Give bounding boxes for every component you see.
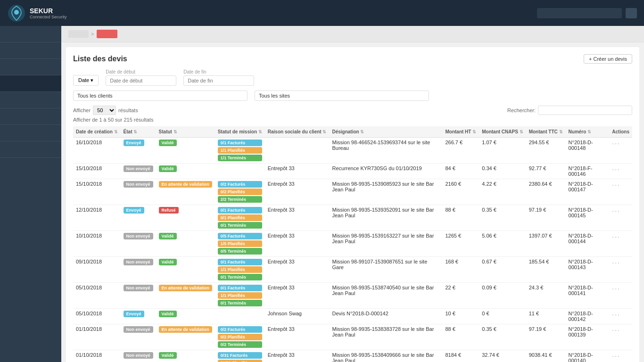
cell-client: Entrepôt 33 — [265, 231, 330, 257]
cell-designation: Mission 98-9935-1539352091 sur le site B… — [329, 205, 442, 231]
cell-montant-ttc: 97.19 € — [526, 324, 566, 350]
etat-badge: Non envoyé — [124, 259, 153, 265]
row-actions-button[interactable]: ··· — [612, 311, 620, 318]
cell-date: 16/10/2018 — [73, 138, 121, 164]
header-search-input[interactable] — [537, 8, 622, 18]
cell-actions: ··· — [609, 231, 632, 257]
devis-table: Date de création ⇅ État ⇅ Statut ⇅ Statu… — [73, 126, 632, 362]
cell-montant-ht: 1265 € — [442, 231, 479, 257]
row-actions-button[interactable]: ··· — [612, 181, 620, 189]
table-row: 16/10/2018 Envoyé Validé 0/1 Facturés1/1… — [73, 138, 632, 164]
date-debut-input[interactable] — [106, 75, 176, 86]
cell-montant-ht: 168 € — [442, 257, 479, 283]
cell-client: Entrepôt 33 — [265, 350, 330, 362]
afficher-label: Afficher — [73, 107, 91, 113]
sidebar-item-5[interactable] — [0, 92, 61, 108]
col-date[interactable]: Date de création ⇅ — [73, 126, 121, 138]
col-montant-ht[interactable]: Montant HT ⇅ — [442, 126, 479, 138]
mission-badge-termine: 1/1 Terminés — [218, 155, 262, 161]
col-montant-cnaps[interactable]: Montant CNAPS ⇅ — [479, 126, 526, 138]
col-client[interactable]: Raison sociale du client ⇅ — [265, 126, 330, 138]
row-actions-button[interactable]: ··· — [612, 207, 620, 214]
date-fin-input[interactable] — [183, 75, 254, 86]
col-designation[interactable]: Désignation ⇅ — [329, 126, 442, 138]
cell-designation: Devis N°2018-D-000142 — [329, 309, 442, 324]
cell-actions: ··· — [609, 309, 632, 324]
resultats-label: résultats — [118, 107, 138, 113]
row-actions-button[interactable]: ··· — [612, 233, 620, 240]
cell-designation: Mission 98-9935-1538740540 sur le site B… — [329, 283, 442, 309]
breadcrumb-item2[interactable] — [97, 30, 117, 38]
site-select[interactable]: Tous les sites — [255, 90, 429, 101]
cell-statut: Validé — [156, 164, 215, 179]
breadcrumb-separator: > — [91, 31, 94, 37]
cell-statut: En attente de validation — [156, 179, 215, 205]
date-fin-group: Date de fin — [183, 69, 254, 86]
header-action-button[interactable] — [626, 8, 637, 18]
etat-badge: Envoyé — [124, 140, 144, 146]
cell-numero: N°2018-D-000140 — [566, 350, 610, 362]
cell-client: Entrepôt 33 — [265, 324, 330, 350]
cell-montant-ht: 2160 € — [442, 179, 479, 205]
sidebar-item-4[interactable] — [0, 75, 61, 92]
mission-badge-stack: 0/2 Facturés0/2 Planifiés0/2 Terminés — [218, 326, 262, 348]
mission-badge-stack: 0/31 Facturés31/31 Planifiés0/31 Terminé… — [218, 352, 262, 362]
col-statut[interactable]: Statut ⇅ — [156, 126, 215, 138]
cell-montant-cnaps: 1.07 € — [479, 138, 526, 164]
client-select[interactable]: Tous les clients — [73, 90, 248, 101]
cell-montant-ht: 88 € — [442, 205, 479, 231]
etat-badge: Envoyé — [124, 311, 144, 317]
search-input[interactable] — [538, 106, 632, 115]
showing-text: Afficher de 1 à 50 sur 215 résultats — [73, 117, 632, 123]
sidebar-item-6[interactable] — [0, 108, 61, 125]
cell-montant-ht: 22 € — [442, 283, 479, 309]
row-actions-button[interactable]: ··· — [612, 165, 620, 173]
etat-badge: Non envoyé — [124, 285, 153, 291]
table-row: 12/10/2018 Envoyé Refusé 0/1 Facturés0/1… — [73, 205, 632, 231]
mission-badge-stack: 0/1 Facturés0/1 Planifiés0/1 Terminés — [218, 207, 262, 229]
date-filter-button[interactable]: Date ▾ — [73, 75, 99, 86]
row-actions-button[interactable]: ··· — [612, 352, 620, 360]
sidebar-item-1[interactable] — [0, 26, 61, 42]
row-actions-button[interactable]: ··· — [612, 140, 620, 147]
cell-montant-ht: 10 € — [442, 309, 479, 324]
col-montant-ttc[interactable]: Montant TTC ⇅ — [526, 126, 566, 138]
mission-badge-termine: 0/1 Terminés — [218, 274, 262, 280]
mission-badge-planifie: 0/2 Planifiés — [218, 189, 262, 195]
date-debut-group: Date de début — [106, 69, 176, 86]
sidebar-item-8[interactable] — [0, 141, 61, 158]
cell-statut: Validé — [156, 138, 215, 164]
show-count-group: Afficher 50 25 100 résultats — [73, 106, 138, 115]
col-numero[interactable]: Numéro ⇅ — [566, 126, 610, 138]
cell-numero: N°2018-D-000147 — [566, 179, 610, 205]
sidebar-item-7[interactable] — [0, 125, 61, 141]
mission-badge-facture: 0/1 Facturés — [218, 140, 262, 146]
cell-montant-cnaps: 0.09 € — [479, 283, 526, 309]
col-etat[interactable]: État ⇅ — [121, 126, 156, 138]
results-count-select[interactable]: 50 25 100 — [93, 106, 116, 115]
cell-numero: N°2018-D-000139 — [566, 324, 610, 350]
col-statut-mission[interactable]: Statut de mission ⇅ — [215, 126, 265, 138]
cell-statut: En attente de validation — [156, 283, 215, 309]
row-actions-button[interactable]: ··· — [612, 259, 620, 266]
cell-designation: Mission 98-9935-1539085923 sur le site B… — [329, 179, 442, 205]
cell-montant-ttc: 9038.41 € — [526, 350, 566, 362]
sidebar — [0, 26, 61, 362]
row-actions-button[interactable]: ··· — [612, 326, 620, 334]
create-devis-button[interactable]: + Créer un devis — [584, 54, 632, 64]
mission-badge-termine: 2/2 Terminés — [218, 196, 262, 203]
sidebar-item-2[interactable] — [0, 42, 61, 59]
sidebar-item-3[interactable] — [0, 59, 61, 75]
mission-badge-stack: 0/1 Facturés1/1 Planifiés0/1 Terminés — [218, 259, 262, 280]
cell-numero: N°2018-D-000145 — [566, 205, 610, 231]
row-actions-button[interactable]: ··· — [612, 285, 620, 292]
cell-actions: ··· — [609, 283, 632, 309]
site-filter-group: Tous les sites — [255, 90, 429, 101]
table-row: 05/10/2018 Envoyé Validé Johnson Swag De… — [73, 309, 632, 324]
table-row: 09/10/2018 Non envoyé Validé 0/1 Facturé… — [73, 257, 632, 283]
mission-badge-termine: 0/2 Terminés — [218, 341, 262, 348]
cell-montant-ttc: 2380.64 € — [526, 179, 566, 205]
mission-badge-facture: 0/5 Facturés — [218, 233, 262, 239]
cell-actions: ··· — [609, 257, 632, 283]
cell-actions: ··· — [609, 179, 632, 205]
